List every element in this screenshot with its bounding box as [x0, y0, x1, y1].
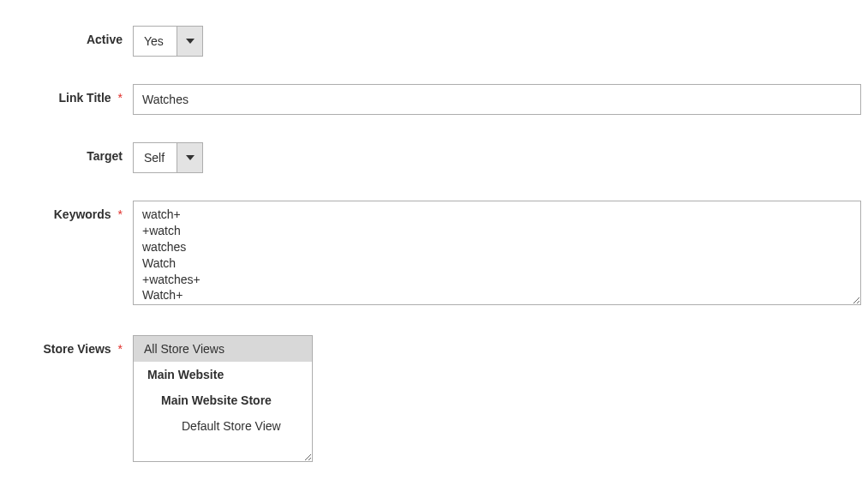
- required-asterisk: *: [118, 207, 123, 221]
- active-select-button[interactable]: [177, 27, 202, 56]
- link-title-label: Link Title *: [9, 84, 133, 115]
- keywords-row: Keywords *: [9, 201, 865, 308]
- keywords-textarea[interactable]: [133, 201, 861, 305]
- link-title-control: [133, 84, 865, 115]
- store-views-option[interactable]: Main Website: [134, 362, 312, 387]
- store-views-option[interactable]: All Store Views: [134, 336, 312, 362]
- chevron-down-icon: [186, 39, 195, 44]
- store-views-option[interactable]: Default Store View: [134, 413, 312, 439]
- link-title-input[interactable]: [133, 84, 861, 115]
- keywords-control: [133, 201, 865, 308]
- store-views-multiselect[interactable]: All Store ViewsMain WebsiteMain Website …: [133, 335, 313, 462]
- required-asterisk: *: [118, 342, 123, 356]
- active-select[interactable]: Yes: [133, 26, 203, 57]
- target-select[interactable]: Self: [133, 142, 203, 173]
- keywords-label: Keywords *: [9, 201, 133, 308]
- chevron-down-icon: [186, 155, 195, 160]
- store-views-control: All Store ViewsMain WebsiteMain Website …: [133, 335, 865, 462]
- target-select-value: Self: [134, 143, 177, 172]
- active-select-value: Yes: [134, 27, 177, 56]
- link-title-label-text: Link Title: [58, 91, 111, 105]
- active-label-text: Active: [87, 33, 123, 46]
- target-label-text: Target: [87, 149, 123, 163]
- link-title-row: Link Title *: [9, 84, 865, 115]
- active-row: Active Yes: [9, 26, 865, 57]
- target-label: Target: [9, 142, 133, 173]
- required-asterisk: *: [118, 91, 123, 105]
- store-views-row: Store Views * All Store ViewsMain Websit…: [9, 335, 865, 462]
- active-label: Active: [9, 26, 133, 57]
- settings-form: Active Yes Link Title * Target Self: [9, 26, 865, 462]
- keywords-label-text: Keywords: [54, 207, 111, 221]
- store-views-label: Store Views *: [9, 335, 133, 462]
- target-select-button[interactable]: [177, 143, 202, 172]
- active-control: Yes: [133, 26, 865, 57]
- target-row: Target Self: [9, 142, 865, 173]
- target-control: Self: [133, 142, 865, 173]
- store-views-label-text: Store Views: [44, 342, 111, 356]
- store-views-option[interactable]: Main Website Store: [134, 387, 312, 413]
